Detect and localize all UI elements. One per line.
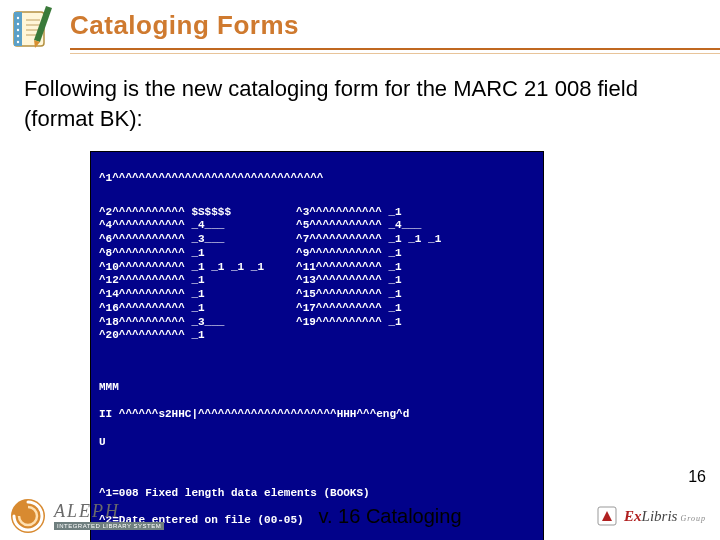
terminal-screenshot: ^1^^^^^^^^^^^^^^^^^^^^^^^^^^^^^^^^ ^2^^^… — [90, 151, 544, 540]
aleph-swirl-icon — [10, 498, 46, 534]
footer-caption: v. 16 Cataloging — [220, 505, 560, 528]
slide-footer: ALEPH INTEGRATED LIBRARY SYSTEM v. 16 Ca… — [0, 492, 720, 540]
terminal-col-left: ^2^^^^^^^^^^^ $S$$$$ ^4^^^^^^^^^^^ _4___… — [99, 206, 264, 344]
slide-body-text: Following is the new cataloging form for… — [0, 60, 720, 143]
slide-title: Cataloging Forms — [70, 10, 720, 41]
svg-point-4 — [17, 29, 19, 31]
exlibris-prefix: Ex — [624, 508, 642, 524]
aleph-logo: ALEPH INTEGRATED LIBRARY SYSTEM — [0, 498, 220, 534]
exlibris-mark-icon — [596, 505, 618, 527]
slide-header: Cataloging Forms — [0, 0, 720, 60]
terminal-row1: ^1^^^^^^^^^^^^^^^^^^^^^^^^^^^^^^^^ — [99, 172, 535, 186]
exlibris-logo: ExLibrisGroup — [560, 505, 720, 527]
svg-point-6 — [17, 41, 19, 43]
divider-dark — [70, 48, 720, 50]
aleph-word: ALEPH — [54, 501, 120, 521]
terminal-mid-0: MMM — [99, 381, 535, 395]
terminal-mid-1: II ^^^^^^s2HHC|^^^^^^^^^^^^^^^^^^^^^HHH^… — [99, 408, 535, 422]
exlibris-main: Libris — [642, 508, 678, 524]
terminal-col-right: ^3^^^^^^^^^^^ _1 ^5^^^^^^^^^^^ _4___ ^7^… — [296, 206, 441, 344]
exlibris-suffix: Group — [680, 514, 706, 523]
svg-point-5 — [17, 35, 19, 37]
exlibris-text: ExLibrisGroup — [624, 508, 706, 525]
page-number: 16 — [688, 468, 706, 486]
divider-light — [70, 53, 720, 54]
svg-point-3 — [17, 23, 19, 25]
svg-point-2 — [17, 17, 19, 19]
aleph-subtitle: INTEGRATED LIBRARY SYSTEM — [54, 522, 164, 530]
svg-point-13 — [11, 499, 45, 533]
notebook-pencil-icon — [8, 4, 60, 52]
terminal-columns: ^2^^^^^^^^^^^ $S$$$$ ^4^^^^^^^^^^^ _4___… — [99, 206, 535, 344]
terminal-mid-2: U — [99, 436, 535, 450]
